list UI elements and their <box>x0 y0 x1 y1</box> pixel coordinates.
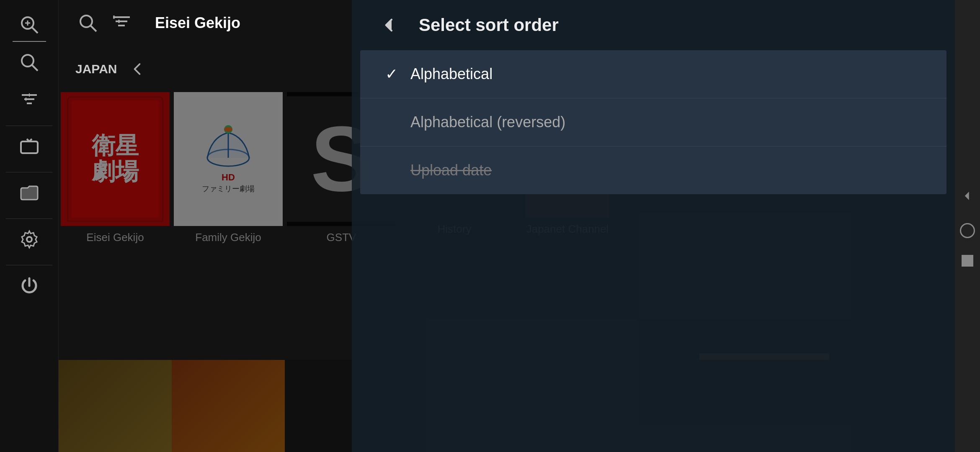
svg-point-26 <box>224 127 232 132</box>
country-label: JAPAN <box>75 62 117 76</box>
svg-line-5 <box>32 65 38 71</box>
sidebar-item-search[interactable] <box>13 46 46 80</box>
channel-row2-item-2[interactable] <box>172 360 285 452</box>
sort-options-list: ✓ Alphabetical ✓ Alphabetical (reversed)… <box>360 50 946 194</box>
svg-point-15 <box>27 237 32 242</box>
svg-line-1 <box>32 27 38 33</box>
sidebar <box>0 0 59 452</box>
header-top: Eisei Gekijo <box>59 0 352 46</box>
channel-name-family: Family Gekijo <box>195 231 261 244</box>
sidebar-divider-3 <box>6 218 52 219</box>
svg-point-16 <box>80 15 92 27</box>
channel-name-eisei: Eisei Gekijo <box>86 231 144 244</box>
right-square-button[interactable] <box>962 255 973 267</box>
channel-thumb-eisei: 衛星劇場 <box>61 92 170 226</box>
sort-option-alphabetical-reversed[interactable]: ✓ Alphabetical (reversed) <box>360 98 946 146</box>
channel-item-eisei[interactable]: 衛星劇場 Eisei Gekijo <box>59 92 172 244</box>
sidebar-divider-1 <box>6 126 52 126</box>
sidebar-item-settings[interactable] <box>13 223 46 257</box>
sidebar-item-search-zoom[interactable] <box>13 8 46 42</box>
channel-thumb-family: HD ファミリー劇場 <box>174 92 283 226</box>
check-icon: ✓ <box>385 65 402 83</box>
sort-dialog: Select sort order ✓ Alphabetical ✓ Alpha… <box>352 0 955 452</box>
back-button[interactable] <box>125 56 150 82</box>
sort-option-label-reversed: Alphabetical (reversed) <box>410 113 565 131</box>
svg-rect-11 <box>21 141 38 153</box>
sidebar-item-filter[interactable] <box>13 84 46 117</box>
sort-option-label-alphabetical: Alphabetical <box>410 65 493 83</box>
sort-option-upload-date[interactable]: ✓ Upload date <box>360 146 946 194</box>
svg-line-17 <box>90 26 96 31</box>
sort-dialog-title: Select sort order <box>419 15 559 35</box>
header-search-icon[interactable] <box>75 10 101 36</box>
sidebar-item-folder[interactable] <box>13 177 46 210</box>
page-title: Eisei Gekijo <box>155 14 240 32</box>
right-controls <box>955 0 980 452</box>
sort-header: Select sort order <box>352 0 955 50</box>
sort-option-alphabetical[interactable]: ✓ Alphabetical <box>360 50 946 98</box>
channel-item-family[interactable]: HD ファミリー劇場 Family Gekijo <box>172 92 285 244</box>
sort-back-button[interactable] <box>377 13 402 38</box>
sidebar-item-tv[interactable] <box>13 130 46 164</box>
sidebar-divider-2 <box>6 172 52 172</box>
sidebar-divider-4 <box>6 265 52 265</box>
sort-option-label-upload-date: Upload date <box>410 162 492 179</box>
svg-point-4 <box>22 55 34 67</box>
header-filter-icon[interactable] <box>109 10 134 36</box>
channel-row2-item-1[interactable] <box>59 360 172 452</box>
header-bottom: JAPAN <box>59 46 352 92</box>
right-circle-button[interactable] <box>960 223 975 238</box>
header-area: Eisei Gekijo JAPAN <box>59 0 352 92</box>
top-icon-row <box>75 10 134 36</box>
sidebar-item-power[interactable] <box>13 270 46 303</box>
right-arrow-button[interactable] <box>957 185 978 206</box>
